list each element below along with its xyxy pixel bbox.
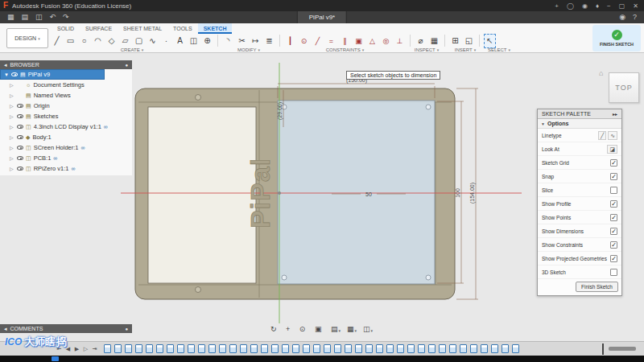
expand-arrow-icon[interactable]: ▷	[10, 103, 14, 109]
toggle-checkbox[interactable]: ✓	[610, 241, 617, 249]
toggle-checkbox[interactable]: ✓	[610, 269, 617, 276]
visibility-eye-icon[interactable]	[17, 167, 23, 171]
visibility-eye-icon[interactable]	[17, 146, 23, 150]
sketch-highlight-profile[interactable]	[278, 101, 435, 284]
browser-tree-item[interactable]: ▷ ☼ Document Settings ∞	[0, 80, 132, 90]
toggle-checkbox[interactable]: ✓	[610, 159, 617, 167]
toggle-checkbox[interactable]: ✓	[610, 173, 617, 180]
offset-icon[interactable]: ≣	[263, 34, 275, 48]
constraints-group-label[interactable]: CONSTRAINTS▾	[283, 47, 407, 53]
ellipse-icon[interactable]: ▱	[119, 34, 131, 48]
visibility-eye-icon[interactable]	[11, 72, 18, 76]
expand-arrow-icon[interactable]: ▷	[10, 93, 14, 98]
point-icon[interactable]: ∙	[160, 34, 172, 48]
timeline-feature-icon[interactable]	[491, 344, 498, 353]
fit-icon[interactable]: ▣▾	[315, 325, 324, 333]
slot-icon[interactable]: ▢	[133, 34, 145, 48]
equal-constraint-icon[interactable]: =	[325, 34, 337, 48]
toggle-checkbox[interactable]: ✓	[610, 255, 617, 262]
visibility-eye-icon[interactable]	[17, 135, 23, 139]
timeline-feature-icon[interactable]	[114, 344, 122, 353]
timeline-feature-icon[interactable]	[271, 344, 279, 353]
profile-icon[interactable]: ◉	[582, 2, 588, 10]
step-forward-icon[interactable]: ▷	[83, 346, 89, 352]
timeline-feature-icon[interactable]	[146, 344, 153, 353]
coincident-constraint-icon[interactable]: ⊙	[298, 34, 310, 48]
timeline-feature-icon[interactable]	[229, 344, 237, 353]
add-tab-icon[interactable]: +	[555, 2, 559, 10]
dimension-inner-right[interactable]: 100	[455, 188, 460, 198]
viewports-icon[interactable]: ◫▾	[363, 325, 373, 333]
timeline-feature-icon[interactable]	[386, 344, 394, 353]
timeline-position-marker[interactable]	[602, 343, 604, 355]
timeline-feature-icon[interactable]	[250, 344, 258, 353]
insert-mesh-icon[interactable]: ⊞	[449, 34, 461, 48]
perpendicular-constraint-icon[interactable]: ⊥	[394, 34, 406, 48]
circle-icon[interactable]: ○	[78, 34, 90, 48]
origin-point[interactable]	[278, 191, 281, 195]
browser-tree-item[interactable]: ▷ ◫ SCreen Holder:1 ∞	[0, 142, 132, 153]
timeline-feature-icon[interactable]	[313, 344, 320, 353]
timeline-feature-icon[interactable]	[334, 344, 341, 353]
arc-icon[interactable]: ◠	[92, 34, 104, 48]
undo-icon[interactable]: ↶	[50, 11, 56, 23]
timeline-feature-icon[interactable]	[502, 344, 509, 353]
toggle-checkbox[interactable]: ✓	[610, 214, 617, 221]
browser-tree-item[interactable]: ▷ ▤ Origin ∞	[0, 101, 132, 111]
collapse-arrow-icon[interactable]: ▼	[4, 72, 9, 77]
browser-tree-item[interactable]: ▷ ▤ Named Views ∞	[0, 90, 132, 101]
timeline-feature-icon[interactable]	[156, 344, 163, 353]
timeline-feature-icon[interactable]	[177, 344, 184, 353]
dimension-outer-right[interactable]: (154.00)	[469, 183, 476, 204]
measure-icon[interactable]: ⌀	[415, 34, 427, 48]
timeline-feature-icon[interactable]	[397, 344, 404, 353]
line-icon[interactable]: ╱	[51, 34, 63, 48]
timeline-feature-icon[interactable]	[198, 344, 205, 353]
dimension-offset[interactable]: (29.00)	[277, 102, 283, 120]
view-cube-face-label[interactable]: TOP	[615, 84, 632, 92]
panel-options-icon[interactable]: ●	[125, 327, 128, 331]
browser-tree-item[interactable]: ▷ ◫ RPiZero v1:1 ∞	[0, 163, 132, 174]
home-icon[interactable]: ⌂	[599, 69, 603, 77]
expand-arrow-icon[interactable]: ▷	[10, 166, 14, 171]
browser-tree-item[interactable]: ▷ ▤ Sketches ∞	[0, 111, 132, 121]
look-at-icon[interactable]: ◪	[607, 145, 617, 154]
timeline-feature-icon[interactable]	[418, 344, 425, 353]
visibility-eye-icon[interactable]	[17, 125, 23, 129]
timeline-feature-icon[interactable]	[292, 344, 299, 353]
screen-opening[interactable]	[148, 107, 256, 283]
modify-group-label[interactable]: MODIFY▾	[221, 47, 276, 53]
trim-icon[interactable]: ✂	[236, 34, 248, 48]
mirror-icon[interactable]: ◫	[188, 34, 200, 48]
options-section-header[interactable]: ▼ Options	[538, 119, 621, 129]
timeline-feature-icon[interactable]	[324, 344, 331, 353]
browser-tree-item[interactable]: ▷ ◆ Body:1 ∞	[0, 132, 132, 142]
timeline-feature-icon[interactable]	[104, 344, 111, 353]
timeline-feature-icon[interactable]	[167, 344, 174, 353]
horizontal-vertical-constraint-icon[interactable]: ┃	[284, 34, 296, 48]
visibility-eye-icon[interactable]	[17, 156, 23, 160]
browser-tree-item[interactable]: ▷ ◫ PCB:1 ∞	[0, 153, 132, 163]
timeline-feature-icon[interactable]	[240, 344, 247, 353]
minimize-icon[interactable]: −	[607, 2, 611, 10]
collapse-icon[interactable]: ◂	[4, 326, 7, 332]
timeline-feature-icon[interactable]	[135, 344, 142, 353]
timeline-feature-icon[interactable]	[439, 344, 446, 353]
play-icon[interactable]: ▶	[74, 346, 80, 352]
normal-linetype-icon[interactable]: ╱	[598, 131, 606, 140]
visibility-eye-icon[interactable]	[17, 114, 23, 118]
pan-icon[interactable]: +▾	[286, 325, 293, 333]
document-tab[interactable]: PiPal v9*	[297, 11, 347, 23]
project-icon[interactable]: ⊕	[201, 34, 213, 48]
dimension-mid[interactable]: 50	[365, 191, 372, 197]
collapse-icon[interactable]: ▸▸	[613, 111, 617, 117]
redo-icon[interactable]: ↷	[63, 11, 69, 23]
canvas-insert-icon[interactable]: ◱	[463, 34, 475, 48]
orbit-icon[interactable]: ↻▾	[270, 325, 279, 333]
fix-constraint-icon[interactable]: ▣	[353, 34, 365, 48]
timeline-feature-icon[interactable]	[188, 344, 195, 353]
close-icon[interactable]: ✕	[633, 2, 638, 10]
timeline-feature-icon[interactable]	[355, 344, 362, 353]
toggle-checkbox[interactable]: ✓	[610, 228, 617, 235]
timeline-feature-icon[interactable]	[460, 344, 467, 353]
